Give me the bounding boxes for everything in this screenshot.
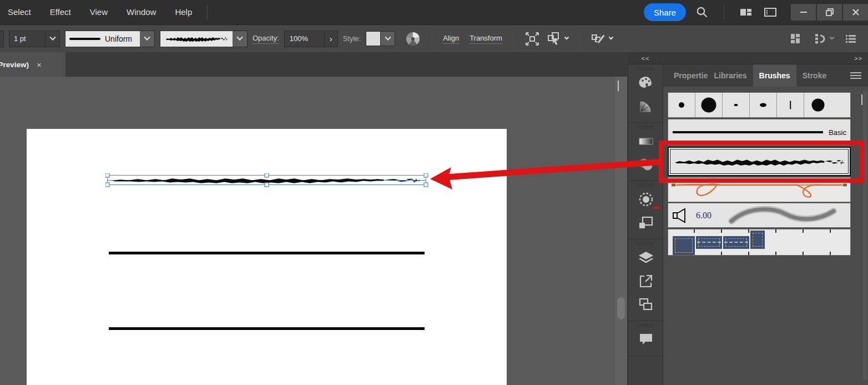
panel-grip: |||||||||| bbox=[628, 239, 663, 246]
opacity-value-field[interactable]: 100% bbox=[284, 31, 324, 47]
pasteboard[interactable] bbox=[0, 77, 615, 385]
basic-brush-row[interactable]: Basic bbox=[668, 119, 851, 146]
opacity-label[interactable]: Opacity: bbox=[253, 34, 279, 44]
selected-brush-stroke[interactable] bbox=[105, 173, 433, 189]
panel-grip: |||||||||| bbox=[628, 123, 663, 129]
export-panel-icon[interactable] bbox=[628, 269, 664, 293]
collapsed-panel-dock: |||||||||| |||||||||| bbox=[628, 64, 663, 385]
document-title: (Preview) bbox=[0, 61, 29, 69]
panel-scroll-up-icon[interactable] bbox=[861, 96, 862, 106]
collapse-dock-button[interactable]: << bbox=[628, 52, 663, 64]
document-tab[interactable]: (Preview) × bbox=[0, 52, 65, 77]
close-tab-icon[interactable]: × bbox=[37, 60, 42, 69]
document-tab-bar: (Preview) × bbox=[0, 52, 627, 77]
uniform-profile-icon bbox=[69, 38, 100, 40]
stroke-weight-stepper[interactable] bbox=[0, 31, 4, 47]
panel-scrollbar[interactable] bbox=[863, 91, 867, 380]
basic-brush-preview bbox=[673, 131, 823, 133]
control-divider-1 bbox=[432, 32, 432, 46]
menu-list-icon[interactable] bbox=[842, 31, 859, 47]
sound-art-brush-row[interactable]: 6.00 bbox=[668, 203, 851, 228]
stroke-weight-value[interactable]: 1 pt bbox=[9, 31, 45, 47]
basic-stroke-line-2[interactable] bbox=[109, 327, 425, 330]
scroll-up-icon[interactable] bbox=[618, 82, 619, 92]
stroke-weight-combo: 1 pt bbox=[9, 31, 60, 47]
opacity-spinner[interactable]: › bbox=[324, 31, 338, 47]
color-panel-icon[interactable] bbox=[628, 71, 664, 94]
sound-brush-value: 6.00 bbox=[696, 211, 711, 221]
width-profile-value[interactable]: Uniform bbox=[65, 31, 140, 47]
restore-button[interactable] bbox=[817, 4, 842, 21]
menu-divider bbox=[207, 5, 208, 19]
artboards-panel-icon[interactable] bbox=[628, 211, 664, 234]
panel-grip: |||||||||| bbox=[628, 64, 663, 71]
isolate-object-icon[interactable] bbox=[524, 31, 541, 47]
denim-tile bbox=[673, 236, 695, 255]
brushes-panel: Propertie Libraries Brushes Stroke Basic bbox=[663, 64, 868, 385]
brush-swatch-round-large[interactable] bbox=[695, 93, 723, 117]
denim-tile bbox=[723, 236, 749, 249]
select-similar-options[interactable] bbox=[546, 31, 568, 47]
brushes-list: Basic 6.00 bbox=[663, 87, 868, 385]
layers-panel-icon[interactable] bbox=[628, 246, 664, 269]
document-setup-panel-icon[interactable] bbox=[762, 4, 779, 21]
basic-brush-label: Basic bbox=[829, 128, 850, 137]
vertical-scrollbar[interactable] bbox=[615, 77, 627, 385]
color-guide-icon[interactable] bbox=[628, 94, 664, 118]
control-divider-2 bbox=[513, 32, 513, 46]
brush-swatch-round-small[interactable] bbox=[668, 93, 695, 117]
width-profile-label: Uniform bbox=[105, 34, 132, 43]
charcoal-brush-row-selected[interactable] bbox=[668, 147, 851, 176]
brush-swatch-hairline[interactable] bbox=[777, 93, 804, 117]
decorative-scribble-brush-row[interactable] bbox=[668, 177, 851, 202]
transparency-panel-icon[interactable] bbox=[628, 153, 664, 176]
menu-help[interactable]: Help bbox=[165, 0, 201, 24]
menu-window[interactable]: Window bbox=[117, 0, 165, 24]
brush-definition-dropdown[interactable] bbox=[233, 31, 247, 47]
menu-bar: Select Effect View Window Help Share bbox=[0, 0, 868, 24]
width-profile-dropdown[interactable] bbox=[140, 31, 154, 47]
asset-export-panel-icon[interactable] bbox=[628, 293, 664, 316]
brush-definition-preview[interactable] bbox=[160, 31, 233, 47]
transform-button[interactable]: Transform bbox=[470, 34, 502, 44]
menu-view[interactable]: View bbox=[80, 0, 117, 24]
minimize-button[interactable] bbox=[791, 4, 816, 21]
menu-effect[interactable]: Effect bbox=[41, 0, 80, 24]
gradient-panel-icon[interactable] bbox=[628, 129, 664, 153]
denim-pattern-brush-row[interactable] bbox=[668, 229, 851, 256]
menu-select[interactable]: Select bbox=[8, 0, 41, 24]
brush-swatch-round-medium[interactable] bbox=[804, 93, 831, 117]
stroke-weight-dropdown[interactable] bbox=[45, 31, 59, 47]
tab-stroke[interactable]: Stroke bbox=[796, 64, 833, 87]
workspace-layout-icon[interactable] bbox=[738, 4, 754, 21]
style-dropdown[interactable] bbox=[381, 31, 395, 46]
docking-options-icon[interactable] bbox=[813, 32, 834, 46]
recolor-artwork-icon[interactable] bbox=[405, 31, 421, 47]
style-swatch[interactable] bbox=[366, 31, 381, 46]
expand-dock-button[interactable]: >> bbox=[663, 52, 868, 64]
control-divider-3 bbox=[579, 32, 579, 46]
brush-swatch-oval[interactable] bbox=[750, 93, 777, 117]
global-edit-icon[interactable] bbox=[590, 31, 613, 47]
canvas-area: (Preview) × bbox=[0, 52, 627, 385]
style-label: Style: bbox=[343, 34, 361, 43]
tab-brushes[interactable]: Brushes bbox=[753, 64, 796, 87]
tab-properties[interactable]: Propertie bbox=[668, 64, 708, 87]
app-menus: Select Effect View Window Help bbox=[0, 0, 213, 24]
align-button[interactable]: Align bbox=[443, 34, 459, 44]
panel-menu-icon[interactable] bbox=[844, 64, 868, 87]
brush-swatch-flat-small[interactable] bbox=[723, 93, 750, 117]
brush-definition-combo bbox=[160, 31, 248, 47]
scrollbar-thumb[interactable] bbox=[617, 297, 625, 319]
basic-stroke-line-1[interactable] bbox=[109, 252, 425, 254]
comments-panel-icon[interactable] bbox=[628, 328, 664, 351]
share-button[interactable]: Share bbox=[644, 3, 686, 21]
close-button[interactable] bbox=[843, 4, 868, 21]
symbols-panel-icon[interactable] bbox=[628, 188, 664, 211]
arrange-panels-icon[interactable] bbox=[788, 31, 804, 47]
panel-grip: |||||||||| bbox=[628, 181, 663, 188]
artboard[interactable] bbox=[27, 129, 507, 385]
tab-libraries[interactable]: Libraries bbox=[708, 64, 753, 87]
window-controls bbox=[790, 4, 868, 21]
search-icon[interactable] bbox=[694, 4, 710, 21]
